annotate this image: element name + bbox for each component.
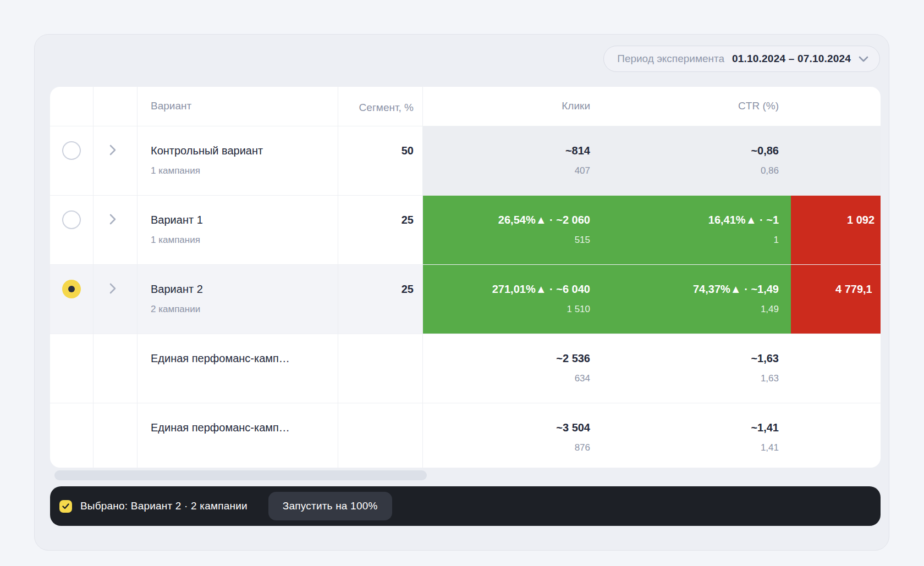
ctr-actual: 0,86 bbox=[602, 165, 779, 177]
table-row-variant-2: Вариант 2 2 кампании 25 271,01%▲ · ~6 04… bbox=[50, 264, 881, 334]
segment-cell: 25 bbox=[338, 196, 423, 264]
ctr-cell-positive: 16,41%▲ · ~1 1 bbox=[602, 196, 791, 264]
header-clicks: Клики bbox=[423, 87, 602, 126]
chevron-down-icon bbox=[859, 56, 868, 62]
table-header-row: Вариант Сегмент, % Клики CTR (%) bbox=[50, 87, 881, 126]
extra-metric-cell bbox=[791, 403, 881, 468]
campaign-name: Единая перфоманс-камп… bbox=[151, 420, 327, 435]
header-ctr: CTR (%) bbox=[602, 87, 791, 126]
extra-metric-cell bbox=[791, 126, 881, 195]
header-expand-spacer bbox=[94, 87, 138, 126]
clicks-actual: 876 bbox=[423, 442, 590, 454]
variant-name: Вариант 2 bbox=[151, 281, 327, 297]
table-row-campaign-1: Единая перфоманс-камп… ~2 536 634 ~1,63 … bbox=[50, 334, 881, 403]
horizontal-scrollbar-thumb[interactable] bbox=[54, 470, 427, 480]
ctr-actual: 1 bbox=[602, 234, 779, 246]
selection-summary: Выбрано: Вариант 2 · 2 кампании bbox=[80, 500, 248, 512]
check-icon bbox=[62, 503, 69, 509]
variant-cell: Вариант 2 2 кампании bbox=[138, 265, 338, 334]
header-radio-spacer bbox=[50, 87, 94, 126]
radio-selected[interactable] bbox=[62, 280, 81, 298]
clicks-cell: ~814 407 bbox=[423, 126, 602, 195]
ctr-forecast: ~1,41 bbox=[602, 420, 779, 435]
ctr-forecast: ~1,63 bbox=[602, 351, 779, 366]
campaign-name: Единая перфоманс-камп… bbox=[151, 351, 327, 366]
variant-cell: Вариант 1 1 кампания bbox=[138, 196, 338, 264]
clicks-actual: 634 bbox=[423, 373, 590, 385]
table-row-campaign-2: Единая перфоманс-камп… ~3 504 876 ~1,41 … bbox=[50, 403, 881, 468]
expand-cell bbox=[94, 196, 138, 264]
radio-cell-empty bbox=[50, 334, 94, 403]
clicks-actual: 1 510 bbox=[423, 303, 590, 315]
expand-cell bbox=[94, 126, 138, 195]
chevron-right-icon[interactable] bbox=[109, 282, 117, 295]
clicks-actual: 515 bbox=[423, 234, 590, 246]
ctr-delta-forecast: 74,37%▲ · ~1,49 bbox=[602, 281, 779, 297]
run-at-100-button[interactable]: Запустить на 100% bbox=[268, 492, 392, 520]
campaign-cell: Единая перфоманс-камп… bbox=[138, 334, 338, 403]
expand-cell bbox=[94, 265, 138, 334]
radio-cell bbox=[50, 265, 94, 334]
radio-unselected[interactable] bbox=[62, 141, 81, 160]
clicks-cell-positive: 26,54%▲ · ~2 060 515 bbox=[423, 196, 602, 264]
segment-cell: 25 bbox=[338, 265, 423, 334]
radio-cell-empty bbox=[50, 403, 94, 468]
ctr-actual: 1,49 bbox=[602, 303, 779, 315]
period-label: Период эксперимента bbox=[617, 53, 724, 65]
clicks-cell: ~3 504 876 bbox=[423, 403, 602, 468]
clicks-forecast: ~2 536 bbox=[423, 351, 590, 366]
ctr-actual: 1,63 bbox=[602, 373, 779, 385]
variant-subtitle: 1 кампания bbox=[151, 165, 327, 177]
table-row-control: Контрольный вариант 1 кампания 50 ~814 4… bbox=[50, 126, 881, 195]
clicks-cell-positive: 271,01%▲ · ~6 040 1 510 bbox=[423, 265, 602, 334]
expand-cell-empty bbox=[94, 403, 138, 468]
results-table: Вариант Сегмент, % Клики CTR (%) Контрол… bbox=[50, 87, 881, 468]
ctr-cell: ~0,86 0,86 bbox=[602, 126, 791, 195]
ctr-cell-positive: 74,37%▲ · ~1,49 1,49 bbox=[602, 265, 791, 334]
clicks-forecast: ~3 504 bbox=[423, 420, 590, 435]
header-variant: Вариант bbox=[138, 87, 338, 126]
variant-name: Вариант 1 bbox=[151, 212, 327, 227]
radio-cell bbox=[50, 196, 94, 264]
experiment-results-card: Результаты эксперимента Период экспериме… bbox=[34, 34, 889, 551]
chevron-right-icon[interactable] bbox=[109, 144, 117, 156]
clicks-forecast: ~814 bbox=[423, 143, 590, 158]
variant-subtitle: 2 кампании bbox=[151, 303, 327, 315]
clicks-delta-forecast: 271,01%▲ · ~6 040 bbox=[423, 281, 590, 297]
variant-cell: Контрольный вариант 1 кампания bbox=[138, 126, 338, 195]
table-row-variant-1: Вариант 1 1 кампания 25 26,54%▲ · ~2 060… bbox=[50, 195, 881, 264]
selection-action-bar: Выбрано: Вариант 2 · 2 кампании Запустит… bbox=[50, 486, 881, 526]
radio-unselected[interactable] bbox=[62, 210, 81, 229]
selected-checkbox[interactable] bbox=[59, 500, 72, 513]
segment-cell bbox=[338, 403, 423, 468]
campaign-cell: Единая перфоманс-камп… bbox=[138, 403, 338, 468]
radio-cell bbox=[50, 126, 94, 195]
variant-name: Контрольный вариант bbox=[151, 143, 327, 158]
ctr-delta-forecast: 16,41%▲ · ~1 bbox=[602, 212, 779, 227]
period-value: 01.10.2024 – 07.10.2024 bbox=[732, 53, 851, 65]
clicks-actual: 407 bbox=[423, 165, 590, 177]
period-selector[interactable]: Период эксперимента 01.10.2024 – 07.10.2… bbox=[603, 46, 880, 72]
ctr-cell: ~1,41 1,41 bbox=[602, 403, 791, 468]
header-segment: Сегмент, % bbox=[338, 87, 423, 126]
ctr-actual: 1,41 bbox=[602, 442, 779, 454]
extra-metric-cell-negative: 4 779,1 bbox=[791, 265, 881, 334]
segment-cell bbox=[338, 334, 423, 403]
extra-metric-cell-negative: 1 092 bbox=[791, 196, 881, 264]
chevron-right-icon[interactable] bbox=[109, 213, 117, 225]
ctr-forecast: ~0,86 bbox=[602, 143, 779, 158]
ctr-cell: ~1,63 1,63 bbox=[602, 334, 791, 403]
clicks-cell: ~2 536 634 bbox=[423, 334, 602, 403]
extra-metric-cell bbox=[791, 334, 881, 403]
header-extra bbox=[791, 87, 881, 126]
variant-subtitle: 1 кампания bbox=[151, 234, 327, 246]
segment-cell: 50 bbox=[338, 126, 423, 195]
clicks-delta-forecast: 26,54%▲ · ~2 060 bbox=[423, 212, 590, 227]
expand-cell-empty bbox=[94, 334, 138, 403]
